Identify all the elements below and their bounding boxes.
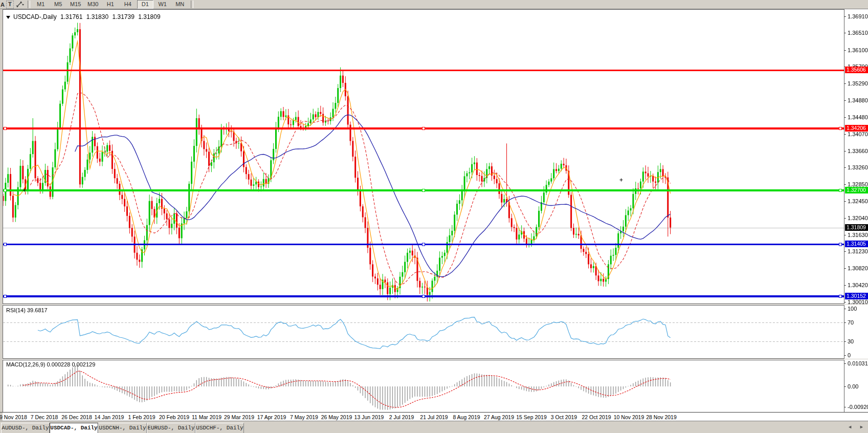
macd-axis-tick-label: 0.00 (848, 383, 858, 389)
macd-axis-tick-label: -0.009203 (848, 404, 868, 410)
price-axis-tick-label: 1.36100 (848, 47, 868, 53)
rsi-value: 39.6817 (27, 307, 48, 313)
date-axis-label: 8 Aug 2019 (453, 414, 480, 420)
macd-name: MACD(12,26,9) (6, 361, 45, 367)
chart-toolbar: A T M1M5M15M30H1H4D1W1MN (0, 0, 868, 9)
rsi-name: RSI(14) (6, 307, 26, 313)
ohlc-high: 1.31830 (86, 13, 108, 20)
timeframe-button-group: M1M5M15M30H1H4D1W1MN (32, 0, 189, 9)
price-axis-tick-label: 1.34070 (848, 131, 868, 137)
price-axis-tick-label: 1.35290 (848, 80, 868, 86)
price-axis-tick-label: 1.30420 (848, 282, 868, 288)
macd-axis-tick-label: 0.010311 (848, 360, 868, 366)
price-axis-tick-label: 1.30010 (848, 299, 868, 305)
timeframe-button-m15[interactable]: M15 (68, 0, 84, 9)
chart-tab-usdchf[interactable]: USDCHF-, Daily (195, 423, 244, 433)
macd-value-main: 0.000228 (47, 361, 70, 367)
date-axis-label: 15 Sep 2019 (516, 414, 547, 420)
chart-dropdown-icon[interactable] (6, 16, 10, 19)
date-axis-label: 17 Apr 2019 (257, 414, 286, 420)
tab-scroll-right-icon[interactable]: ► (859, 424, 864, 430)
price-axis-tick-label: 1.33660 (848, 148, 868, 154)
timeframe-button-m30[interactable]: M30 (85, 0, 101, 9)
chart-tab-eurusd[interactable]: EURUSD-, Daily (147, 423, 195, 433)
rsi-axis-tick-label: 30 (848, 338, 854, 344)
ohlc-low: 1.31739 (113, 13, 135, 20)
level-price-tag: 1.30152 (845, 293, 868, 299)
price-axis-tick-label: 1.33260 (848, 164, 868, 170)
price-axis-tick-label: 1.34880 (848, 97, 868, 103)
level-price-tag: 1.34206 (845, 125, 868, 132)
price-axis-tick-label: 1.34480 (848, 114, 868, 120)
date-axis-label: 19 Nov 2018 (0, 414, 27, 420)
date-axis-label: 3 Oct 2019 (551, 414, 577, 420)
timeframe-button-mn[interactable]: MN (172, 0, 188, 9)
date-axis-label: 2 Jul 2019 (389, 414, 414, 420)
ohlc-close: 1.31809 (138, 13, 160, 20)
date-axis-label: 1 Feb 2019 (128, 414, 155, 420)
price-axis-tick-label: 1.31630 (848, 232, 868, 238)
chart-symbol-label: USDCAD-,Daily (13, 13, 57, 20)
timeframe-button-h4[interactable]: H4 (120, 0, 136, 9)
mt4-terminal-window: A T M1M5M15M30H1H4D1W1MN USDCAD-,Daily 1… (0, 0, 868, 433)
chart-tab-bar: AUDUSD-, DailyUSDCAD-, DailyUSDCNH-, Dai… (0, 421, 868, 433)
date-axis-label: 13 Jun 2019 (354, 414, 384, 420)
date-axis-label: 29 Mar 2019 (224, 414, 254, 420)
price-axis-tick-label: 1.31230 (848, 248, 868, 254)
chart-tab-usdcad[interactable]: USDCAD-, Daily (50, 423, 98, 433)
price-axis-tick-label: 1.32040 (848, 215, 868, 221)
date-axis-label: 21 Jul 2019 (420, 414, 448, 420)
toolbar-separator (28, 1, 30, 8)
rsi-indicator-header: RSI(14) 39.6817 (6, 307, 48, 313)
date-axis-label: 10 Nov 2019 (614, 414, 644, 420)
price-axis-tick-label: 1.30820 (848, 265, 868, 271)
date-axis-label: 20 Feb 2019 (159, 414, 189, 420)
ohlc-open: 1.31761 (60, 13, 82, 20)
date-axis-label: 22 Oct 2019 (582, 414, 611, 420)
date-axis-label: 14 Jan 2019 (95, 414, 124, 420)
level-price-tag: 1.35606 (845, 67, 868, 73)
tab-scroll-left-icon[interactable]: ◄ (848, 424, 852, 430)
date-axis-label: 26 Dec 2018 (61, 414, 92, 420)
macd-indicator-header: MACD(12,26,9) 0.000228 0.002129 (6, 361, 95, 367)
macd-value-signal: 0.002129 (72, 361, 95, 367)
tab-scroll-controls: ◄ ► (848, 424, 864, 430)
rsi-axis-tick-label: 0 (848, 352, 851, 358)
level-price-tag: 1.31405 (845, 241, 868, 247)
rsi-axis-tick-label: 100 (848, 306, 857, 312)
toolbar-separator (191, 1, 193, 8)
current-price-tag: 1.31809 (845, 224, 868, 231)
timeframe-button-m1[interactable]: M1 (33, 0, 49, 9)
chart-tab-usdcnh[interactable]: USDCNH-, Daily (98, 423, 147, 433)
price-axis-tick-label: 1.36510 (848, 30, 868, 36)
chart-ohlc-header: USDCAD-,Daily 1.31761 1.31830 1.31739 1.… (6, 13, 163, 20)
date-axis-label: 7 May 2019 (290, 414, 318, 420)
timeframe-button-d1[interactable]: D1 (137, 0, 153, 9)
date-axis-label: 27 Aug 2019 (484, 414, 514, 420)
toolbar-corner-label: A (1, 2, 6, 8)
price-axis-tick-label: 1.32450 (848, 198, 868, 204)
cursor-tool-button[interactable] (16, 1, 24, 8)
timeframe-button-h1[interactable]: H1 (102, 0, 119, 9)
price-axis-tick-label: 1.36910 (848, 13, 868, 19)
date-axis-label: 28 Nov 2019 (646, 414, 677, 420)
date-axis-label: 11 Mar 2019 (192, 414, 221, 420)
date-axis-label: 26 May 2019 (321, 414, 352, 420)
date-axis-label: 7 Dec 2018 (31, 414, 58, 420)
text-label-tool-button[interactable]: T (6, 1, 14, 9)
timeframe-button-m5[interactable]: M5 (50, 0, 66, 9)
price-chart-canvas[interactable] (0, 9, 868, 413)
level-price-tag: 1.32700 (845, 187, 868, 193)
timeframe-button-w1[interactable]: W1 (154, 0, 171, 9)
rsi-axis-tick-label: 70 (848, 319, 854, 326)
diagonal-arrows-icon (16, 1, 24, 8)
chart-tab-audusd[interactable]: AUDUSD-, Daily (1, 423, 50, 433)
